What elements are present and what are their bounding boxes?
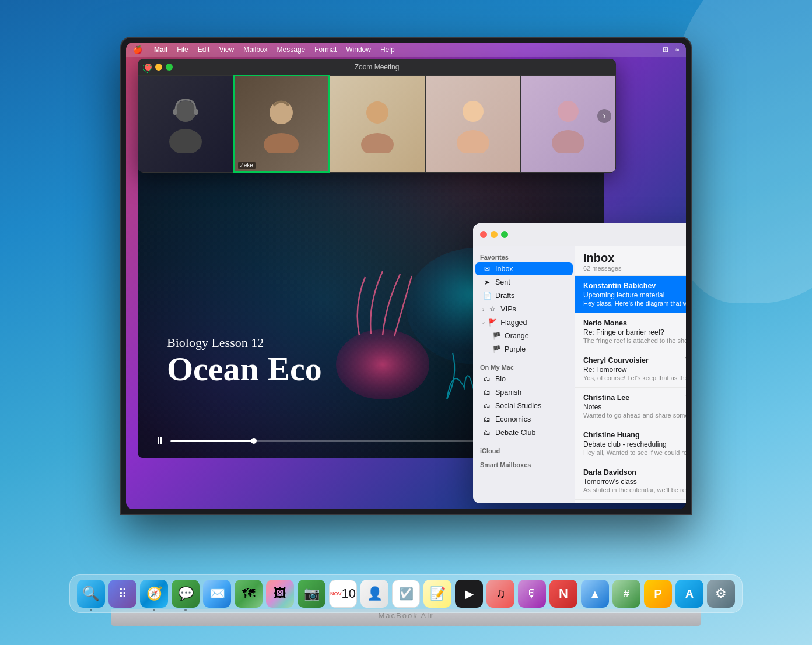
participant-tile-5[interactable] — [520, 75, 616, 173]
participant-2-name: Zeke — [238, 162, 256, 169]
sidebar-item-drafts[interactable]: 📄 Drafts — [475, 289, 573, 302]
dock-item-pages[interactable]: P — [644, 580, 672, 608]
dock-item-calendar[interactable]: NOV 10 — [329, 580, 357, 608]
sidebar-item-inbox[interactable]: ✉ Inbox — [475, 262, 573, 275]
mail-subject-3: Notes — [583, 403, 686, 411]
vips-icon: ☆ — [488, 305, 497, 313]
dock-item-finder[interactable]: 🔍 — [77, 580, 105, 608]
dock-item-photos[interactable]: 🖼 — [266, 580, 294, 608]
menu-view[interactable]: View — [219, 45, 234, 54]
mail-preview-2: Yes, of course! Let's keep that as the p… — [583, 374, 686, 381]
sidebar-item-economics[interactable]: 🗂 Economics — [475, 413, 573, 426]
participant-tile-4[interactable] — [425, 75, 521, 173]
menu-help[interactable]: Help — [380, 45, 395, 54]
dock-item-mail[interactable]: ✉️ — [203, 580, 231, 608]
dock-item-safari[interactable]: 🧭 — [140, 580, 168, 608]
zoom-titlebar: Zoom Meeting — [138, 59, 616, 75]
participant-tile-2[interactable]: Zeke — [233, 75, 330, 173]
sidebar-item-spanish[interactable]: 🗂 Spanish — [475, 386, 573, 399]
svg-point-5 — [264, 133, 299, 153]
mail-item-0[interactable]: Konstantin Babichev 9:15 AM Upcoming lec… — [575, 276, 686, 313]
dock-item-sysprefs[interactable]: ⚙ — [707, 580, 735, 608]
flagged-disclosure: › — [480, 321, 487, 323]
participant-tile-3[interactable] — [330, 75, 425, 173]
sent-icon: ➤ — [482, 278, 492, 286]
dock-item-music[interactable]: ♫ — [487, 580, 514, 608]
sidebar-sent-label: Sent — [495, 278, 510, 286]
menu-message[interactable]: Message — [277, 45, 306, 54]
menu-window[interactable]: Window — [346, 45, 371, 54]
on-my-mac-label: On My Mac — [473, 360, 575, 372]
dock-item-facetime[interactable]: 📷 — [298, 580, 326, 608]
participant-4-avatar — [426, 76, 520, 172]
dock-item-maps[interactable]: 🗺 — [235, 580, 262, 608]
zoom-participants: Zeke — [138, 75, 616, 173]
mail-minimize-button[interactable] — [491, 231, 498, 238]
svg-point-10 — [558, 101, 579, 122]
dock-item-notes[interactable]: 📝 — [424, 580, 452, 608]
participant-tile-1[interactable] — [138, 75, 233, 173]
dock-item-appstore[interactable]: A — [676, 580, 704, 608]
sidebar-item-sent[interactable]: ➤ Sent — [475, 276, 573, 289]
sidebar-item-purple[interactable]: 🏴 Purple — [475, 343, 573, 356]
biology-lesson-label: Biology Lesson 12 — [167, 335, 322, 350]
mail-item-1[interactable]: Nerio Mones 8:49 AM Re: Fringe or barrie… — [575, 313, 686, 350]
sidebar-flagged-label: Flagged — [501, 318, 527, 327]
menu-mailbox[interactable]: Mailbox — [243, 45, 267, 54]
icloud-label: iCloud — [473, 444, 575, 455]
dock-item-numbers[interactable]: # — [612, 580, 640, 608]
macbook-screen-outer: 🍎 Mail File Edit View Mailbox Message Fo… — [120, 37, 692, 515]
dock-item-launchpad[interactable]: ⠿ — [108, 580, 136, 608]
menu-bar-right: ⊞ ≈ — [663, 45, 679, 54]
menu-app-name[interactable]: Mail — [154, 45, 167, 54]
menu-bar-wifi-icon[interactable]: ≈ — [676, 46, 679, 53]
mail-item-5[interactable]: Darla Davidson 11/05/20 Tomorrow's class… — [575, 462, 686, 500]
reminders-icon: ☑️ — [399, 587, 414, 601]
mail-close-button[interactable] — [480, 231, 487, 238]
dock-item-news[interactable]: N — [550, 580, 578, 608]
apple-logo-icon[interactable]: 🍎 — [133, 45, 142, 54]
svg-point-13 — [336, 329, 429, 399]
mail-item-1-header: Nerio Mones 8:49 AM — [583, 319, 686, 327]
mail-item-3[interactable]: Christina Lee Yesterday Notes Wanted to … — [575, 388, 686, 425]
sidebar-item-bio[interactable]: 🗂 Bio — [475, 373, 573, 385]
flagged-icon: 🚩 — [488, 318, 497, 327]
svg-point-9 — [457, 130, 489, 153]
mail-item-4-header: Christine Huang 11/07/20 — [583, 431, 686, 439]
mail-preview-3: Wanted to go ahead and share some notes … — [583, 412, 686, 419]
sidebar-debate-club-label: Debate Club — [495, 429, 536, 437]
zoom-fullscreen-button[interactable] — [166, 64, 173, 71]
dock-item-podcasts[interactable]: 🎙 — [518, 580, 546, 608]
dock-item-contacts[interactable]: 👤 — [360, 580, 388, 608]
sidebar-item-social-studies[interactable]: 🗂 Social Studies — [475, 399, 573, 412]
numbers-icon: # — [624, 588, 629, 600]
sidebar-item-vips[interactable]: › ☆ VIPs — [475, 303, 573, 316]
mail-fullscreen-button[interactable] — [501, 231, 508, 238]
mail-sender-4: Christine Huang — [583, 431, 640, 439]
dock-item-appletv[interactable]: ▶ — [455, 580, 483, 608]
zoom-next-button[interactable]: › — [597, 109, 611, 123]
mail-subject-5: Tomorrow's class — [583, 478, 686, 486]
sidebar-item-flagged[interactable]: › 🚩 Flagged — [475, 316, 573, 329]
inbox-icon: ✉ — [482, 265, 492, 273]
menu-bar-zoom-icon[interactable]: ⊞ — [663, 45, 668, 54]
menu-format[interactable]: Format — [314, 45, 337, 54]
menu-bar-left: 🍎 Mail File Edit View Mailbox Message Fo… — [133, 45, 395, 54]
dock-item-reminders[interactable]: ☑️ — [392, 580, 420, 608]
mail-list-header: ⊙ Inbox 62 messages — [575, 246, 686, 276]
menu-file[interactable]: File — [177, 45, 188, 54]
menu-edit[interactable]: Edit — [198, 45, 210, 54]
zoom-minimize-button[interactable] — [155, 64, 162, 71]
podcasts-icon: 🎙 — [526, 587, 538, 601]
sidebar-item-orange[interactable]: 🏴 Orange — [475, 329, 573, 342]
orange-flag-icon: 🏴 — [492, 332, 501, 340]
sidebar-item-debate-club[interactable]: 🗂 Debate Club — [475, 426, 573, 439]
dock-item-keynote[interactable]: ▲ — [581, 580, 609, 608]
dock-item-messages[interactable]: 💬 — [172, 580, 200, 608]
pages-icon: P — [654, 587, 662, 601]
play-pause-button[interactable]: ⏸ — [155, 436, 164, 446]
biology-title-block: Biology Lesson 12 Ocean Eco — [167, 335, 322, 388]
mail-item-4[interactable]: Christine Huang 11/07/20 Debate club - r… — [575, 425, 686, 462]
participant-1-avatar — [138, 76, 233, 172]
mail-item-2[interactable]: Cheryl Courvoisier Yesterday Re: Tomorro… — [575, 350, 686, 388]
